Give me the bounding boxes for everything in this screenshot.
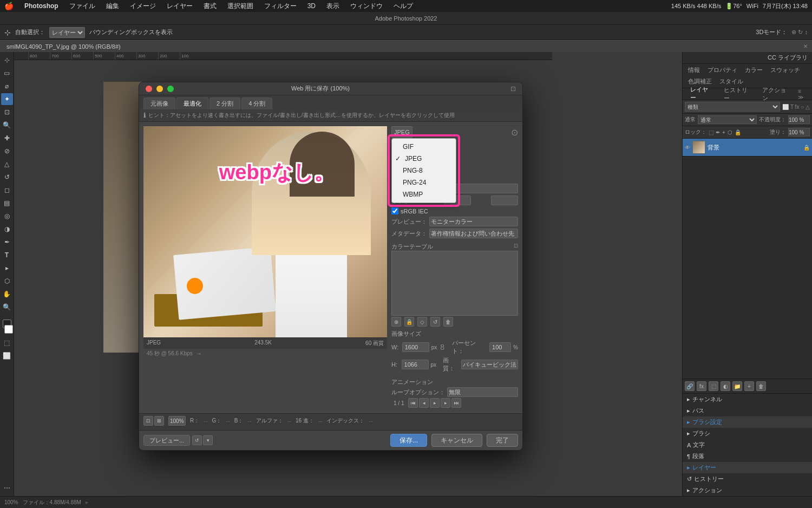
tool-type[interactable]: T [1,249,13,261]
tool-crop[interactable]: ⊡ [1,106,13,118]
menu-filter[interactable]: フィルター [262,2,299,11]
tool-brush[interactable]: ⊘ [1,145,13,157]
anim-last[interactable]: ⏭ [451,398,461,408]
layer-kind-select[interactable]: 種類 [685,102,780,112]
lock-icon-artboard[interactable]: ⬡ [728,129,732,135]
preview-dropdown-btn[interactable]: ▾ [203,435,213,445]
menu-image[interactable]: イメージ [128,2,158,11]
menu-photoshop[interactable]: Photoshop [22,2,61,10]
tab-swatches[interactable]: スウォッチ [767,65,803,75]
color-swatch[interactable] [491,196,518,205]
more-tools[interactable]: ⋯ [1,482,13,494]
tool-gradient[interactable]: ▤ [1,197,13,209]
preview-button[interactable]: プレビュー... [143,435,190,446]
tab-color[interactable]: カラー [742,65,766,75]
layer-item[interactable]: 👁 背景 🔒 [683,139,812,157]
ct-icon-5[interactable]: 🗑 [443,317,453,327]
panel-paragraph[interactable]: ¶ 段落 [683,451,812,462]
panel-layer-2[interactable]: ▸ レイヤー [683,462,812,473]
format-option-wbmp[interactable]: WBMP [392,188,456,200]
format-option-png24[interactable]: PNG-24 [392,177,456,188]
ct-icon-1[interactable]: ⊕ [391,317,401,327]
zoom-select[interactable]: 100% [168,416,186,426]
anim-prev[interactable]: ◂ [419,398,429,408]
quality-select[interactable] [455,184,518,193]
tool-shape[interactable]: ⬡ [1,275,13,287]
tool-blur[interactable]: ◎ [1,210,13,222]
width-input[interactable] [402,342,429,352]
settings-icon[interactable]: ⊙ [511,127,518,138]
dialog-expand-icon[interactable]: ⊡ [510,85,516,93]
tool-hand[interactable]: ✋ [1,288,13,300]
menu-select[interactable]: 選択範囲 [225,2,256,11]
layer-adjust-icon[interactable]: ◐ [721,381,730,391]
menu-file[interactable]: ファイル [67,2,97,11]
tool-path-select[interactable]: ▸ [1,262,13,274]
anim-play[interactable]: ▸ [430,398,440,408]
preview-icon-btn[interactable]: ↺ [192,435,202,445]
maximize-button[interactable] [167,86,174,92]
cancel-button[interactable]: キャンセル [431,434,482,447]
format-option-gif[interactable]: GIF [392,141,456,153]
tool-wand[interactable]: ✦ [1,93,13,105]
tab-info[interactable]: 情報 [685,65,703,75]
menu-layer[interactable]: レイヤー [165,2,195,11]
close-button[interactable] [146,86,152,92]
layer-mask-icon[interactable]: ⬚ [709,381,718,391]
lock-icon-position[interactable]: + [722,129,725,135]
bounding-box-checkbox[interactable]: バウンディングボックスを表示 [89,28,173,36]
tool-lasso[interactable]: ⌀ [1,80,13,92]
panel-history[interactable]: ↺ ヒストリー [683,473,812,485]
tool-pen[interactable]: ✒ [1,236,13,248]
tool-zoom[interactable]: 🔍 [1,301,13,313]
metadata-select[interactable]: 著作権情報および問い合わせ先 [429,229,518,238]
screen-mode[interactable]: ⬜ [1,350,13,362]
pct-input[interactable] [489,342,511,352]
menu-3d[interactable]: 3D [305,2,318,10]
lock-icon-paint[interactable]: ✒ [716,129,720,135]
tool-dodge[interactable]: ◑ [1,223,13,235]
panel-brush-settings[interactable]: ▸ ブラシ設定 [683,416,812,428]
quality-method-select[interactable]: バイキュービック法 [461,360,518,369]
apple-menu[interactable]: 🍎 [4,2,14,10]
layer-link-icon[interactable]: 🔗 [685,381,695,391]
background-color[interactable] [4,325,13,334]
tool-move[interactable]: ⊹ [1,54,13,66]
menu-view[interactable]: 表示 [324,2,342,11]
layer-delete-icon[interactable]: 🗑 [756,381,766,391]
tab-original[interactable]: 元画像 [143,97,175,109]
quick-mask[interactable]: ⬚ [1,337,13,349]
zoom-level[interactable]: 100% [4,499,18,505]
lock-icon-transparent[interactable]: ⬚ [709,129,713,135]
tab-4up[interactable]: 4 分割 [241,97,272,109]
format-select[interactable]: JPEG [391,126,412,138]
layer-select[interactable]: レイヤー [49,27,85,38]
layer-group-icon[interactable]: 📁 [732,381,742,391]
tool-eyedropper[interactable]: 🔍 [1,119,13,131]
tool-select-rect[interactable]: ▭ [1,67,13,79]
tool-stamp[interactable]: △ [1,158,13,170]
menu-window[interactable]: ウィンドウ [348,2,385,11]
anim-first[interactable]: ⏮ [408,398,418,408]
format-dropdown-menu[interactable]: GIF JPEG PNG-8 PNG-24 WBMP [391,138,456,203]
format-option-jpeg[interactable]: JPEG [392,153,456,165]
tab-properties[interactable]: プロパティ [704,65,741,75]
loop-select[interactable]: 無限 [447,387,518,397]
menu-edit[interactable]: 編集 [104,2,121,11]
opacity-input[interactable] [788,115,810,124]
tool-heal[interactable]: ✚ [1,132,13,144]
lock-icon-all[interactable]: 🔒 [735,129,741,135]
menu-help[interactable]: ヘルプ [391,2,415,11]
save-button[interactable]: 保存... [390,434,427,447]
height-input[interactable] [402,360,429,369]
document-tab[interactable]: smlMGL4090_TP_V.jpg @ 100% (RGB/8#) ✕ [0,40,812,52]
menu-format[interactable]: 書式 [201,2,219,11]
blend-mode-select[interactable]: 通常 [698,115,757,124]
fill-input[interactable] [788,128,810,136]
ct-icon-3[interactable]: ◇ [417,317,427,327]
view-btn-1[interactable]: ⊡ [143,416,153,426]
view-btn-2[interactable]: ⊠ [154,416,164,426]
tool-eraser[interactable]: ◻ [1,184,13,196]
tool-history-brush[interactable]: ↺ [1,171,13,183]
anim-next[interactable]: ▸ [441,398,450,408]
